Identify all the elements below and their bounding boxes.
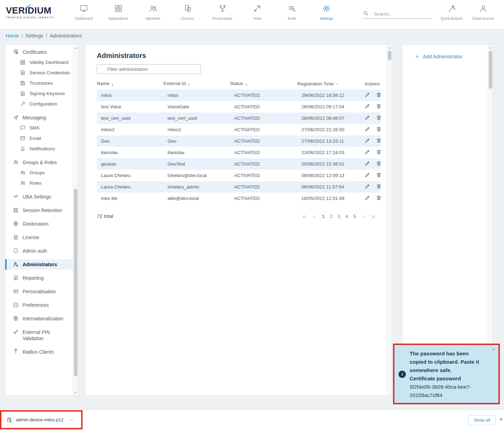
sidebar-item-service-credentials[interactable]: Service Credentials — [5, 68, 74, 78]
quick-actions-button[interactable]: Quick Actions — [437, 4, 467, 20]
delete-icon[interactable] — [376, 103, 381, 109]
nav-item-tools[interactable]: Tools — [240, 4, 274, 20]
scroll-up-icon[interactable]: ▲ — [73, 47, 78, 49]
sidebar-item-sms[interactable]: SMS — [5, 123, 74, 133]
nav-item-devices[interactable]: Devices — [170, 4, 205, 20]
column-header-status[interactable]: Status▲▼ — [230, 78, 297, 90]
password-toast: i The password has been copied to clipbo… — [394, 345, 498, 403]
sidebar-item-messaging[interactable]: Messaging — [5, 112, 74, 123]
sidebar-item-label: Session Retention — [23, 207, 62, 213]
page-4[interactable]: 4 — [345, 214, 348, 219]
add-administrator-button[interactable]: Add Administrator — [415, 54, 462, 59]
cell-status: ACTIVATED — [230, 124, 297, 135]
sidebar-item-license[interactable]: License — [5, 232, 74, 243]
nav-item-settings[interactable]: Settings — [309, 4, 344, 20]
close-icon[interactable]: × — [492, 347, 495, 352]
sidebar-item-reporting[interactable]: Reporting — [5, 273, 74, 283]
delete-icon[interactable] — [376, 161, 381, 166]
sidebar-item-label: SMS — [29, 125, 40, 131]
sidebar-item-notifications[interactable]: Notifications — [5, 144, 74, 154]
edit-icon[interactable] — [365, 115, 370, 120]
edit-icon[interactable] — [365, 184, 370, 189]
filter-administrators-input[interactable] — [97, 64, 201, 74]
sidebar-item-validity-dashboard[interactable]: Validity Dashboard — [5, 57, 74, 68]
delete-icon[interactable] — [376, 184, 381, 189]
chevron-up-icon[interactable] — [69, 418, 74, 422]
nav-item-audit[interactable]: Audit — [274, 4, 309, 20]
sidebar-item-preferences[interactable]: Preferences — [5, 300, 74, 310]
search-input[interactable] — [374, 11, 432, 17]
scrollbar-thumb[interactable] — [489, 51, 492, 89]
page-3[interactable]: 3 — [338, 214, 340, 219]
page-5[interactable]: 5 — [353, 214, 356, 219]
scroll-up-icon[interactable]: ▲ — [488, 47, 493, 49]
delete-icon[interactable] — [376, 149, 381, 155]
sidebar-item-internationalization[interactable]: Internationalization — [5, 313, 74, 324]
sidebar-item-geolocation[interactable]: Geolocation — [5, 219, 74, 229]
nav-item-orchestrator[interactable]: Orchestrator — [205, 4, 240, 20]
sidebar-item-certificates[interactable]: Certificates — [5, 47, 74, 57]
page-1[interactable]: 1 — [322, 214, 325, 219]
veridium-logo[interactable]: VERIDIUM TRUSTED DIGITAL IDENTITY — [6, 6, 55, 19]
delete-icon[interactable] — [376, 126, 381, 132]
sidebar-item-radius-clients[interactable]: Radius Clients — [5, 347, 74, 357]
edit-icon[interactable] — [365, 103, 370, 109]
nav-item-identities[interactable]: Identities — [136, 4, 170, 20]
sidebar-item-email[interactable]: Email — [5, 133, 74, 144]
sidebar-item-groups[interactable]: Groups — [5, 168, 74, 178]
sidebar-item-groups-roles[interactable]: Groups & Roles — [5, 157, 74, 168]
cell-status: ACTIVATED — [230, 147, 297, 158]
doc-icon — [13, 234, 19, 240]
sidebar-item-personalisation[interactable]: Personalisation — [5, 286, 74, 297]
column-header-registration-time[interactable]: Registration Time — [297, 78, 360, 90]
sidebar-item-truststores[interactable]: Truststores — [5, 78, 74, 88]
column-header-external-id[interactable]: External Id▲▼ — [163, 78, 230, 90]
cell-registration-time: 20/06/2022 15:36:51 — [297, 158, 360, 170]
scrollbar-thumb[interactable] — [388, 51, 391, 60]
edit-icon[interactable] — [365, 138, 370, 143]
delete-icon[interactable] — [376, 92, 381, 98]
detail-scrollbar[interactable]: ▲ — [488, 45, 493, 395]
delete-icon[interactable] — [376, 138, 381, 143]
scroll-up-icon[interactable]: ▲ — [387, 47, 392, 49]
download-item[interactable]: admin-device-milos.p12 — [1, 417, 74, 423]
delete-icon[interactable] — [376, 195, 381, 201]
sidebar-item-roles[interactable]: Roles — [5, 178, 74, 188]
table-row: test VoiceVoiceGateACTIVATED28/06/2022 0… — [97, 101, 381, 112]
edit-icon[interactable] — [365, 161, 370, 166]
cell-name: ltanislav — [97, 147, 163, 158]
edit-icon[interactable] — [365, 126, 370, 132]
breadcrumb-settings[interactable]: Settings — [25, 33, 43, 39]
page-2[interactable]: 2 — [330, 214, 333, 219]
edit-icon[interactable] — [365, 149, 370, 155]
delete-icon[interactable] — [376, 172, 381, 178]
main-scrollbar[interactable]: ▲ — [387, 45, 392, 395]
sidebar-scrollbar[interactable]: ▲ ▼ — [73, 45, 78, 395]
sidebar-item-signing-keystore[interactable]: Signing Keystore — [5, 88, 74, 99]
delete-icon[interactable] — [376, 115, 381, 120]
sidebar-item-admin-auth[interactable]: Admin auth — [5, 246, 74, 256]
edit-icon[interactable] — [365, 195, 370, 201]
first-page-icon[interactable] — [302, 214, 307, 219]
nav-item-applications[interactable]: Applications — [101, 4, 136, 20]
breadcrumb-home[interactable]: Home — [6, 33, 19, 39]
next-page-icon[interactable] — [361, 214, 366, 219]
prev-page-icon[interactable] — [312, 214, 317, 219]
show-all-button[interactable]: Show all — [468, 415, 496, 425]
sidebar-item-session-retention[interactable]: Session Retention — [5, 205, 74, 216]
scrollbar-thumb[interactable] — [74, 189, 77, 376]
edit-icon[interactable] — [365, 172, 370, 178]
nav-item-dashboard[interactable]: Dashboard — [66, 4, 101, 20]
user-menu[interactable]: David Kuchar — [468, 4, 498, 20]
sidebar-item-uba-settings[interactable]: UBA Settings — [5, 192, 74, 202]
close-icon[interactable]: × — [499, 417, 503, 422]
edit-icon[interactable] — [365, 92, 370, 98]
last-page-icon[interactable] — [371, 214, 375, 219]
sidebar-item-external-pin-validation[interactable]: External PIN Validation — [5, 327, 74, 344]
sidebar-item-administrators[interactable]: Administrators — [5, 259, 74, 270]
cell-registration-time: 28/06/2022 08:48:07 — [297, 112, 360, 124]
column-header-name[interactable]: Name▲▼ — [97, 78, 163, 90]
sidebar-item-label: UBA Settings — [23, 194, 51, 200]
scroll-down-icon[interactable]: ▼ — [73, 391, 78, 394]
sidebar-item-configuration[interactable]: Configuration — [5, 99, 74, 109]
